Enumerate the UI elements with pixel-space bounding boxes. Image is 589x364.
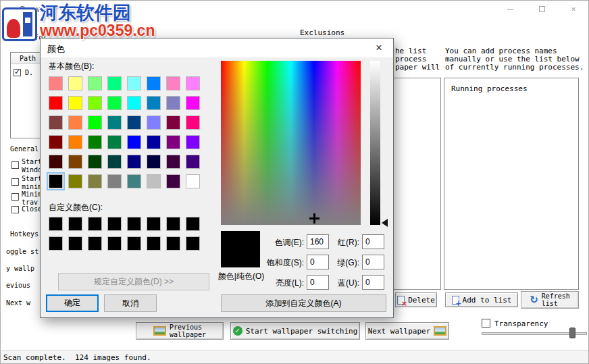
custom-color-swatch[interactable] bbox=[68, 217, 82, 231]
green-input[interactable] bbox=[362, 255, 384, 269]
custom-color-swatch[interactable] bbox=[88, 236, 102, 251]
custom-color-swatch[interactable] bbox=[127, 217, 141, 231]
basic-color-swatch[interactable] bbox=[127, 174, 141, 188]
general-checkbox-2[interactable] bbox=[11, 178, 19, 186]
basic-color-swatch[interactable] bbox=[49, 96, 63, 110]
basic-color-swatch[interactable] bbox=[49, 155, 63, 169]
basic-color-swatch[interactable] bbox=[107, 115, 122, 130]
general-checkbox-1[interactable] bbox=[11, 161, 19, 169]
basic-color-swatch[interactable] bbox=[49, 115, 63, 130]
basic-color-swatch[interactable] bbox=[68, 155, 82, 169]
add-to-custom-colors-button[interactable]: 添加到自定义颜色(A) bbox=[221, 294, 386, 312]
custom-color-swatch[interactable] bbox=[186, 236, 200, 251]
basic-color-swatch[interactable] bbox=[186, 155, 200, 169]
basic-color-swatch[interactable] bbox=[68, 76, 82, 90]
delete-button[interactable]: × Delete bbox=[395, 292, 437, 307]
basic-color-swatch[interactable] bbox=[166, 115, 180, 130]
basic-color-swatch[interactable] bbox=[49, 174, 63, 188]
ok-button[interactable]: 确定 bbox=[46, 294, 99, 312]
transparency-slider-thumb[interactable] bbox=[569, 328, 575, 338]
transparency-checkbox[interactable] bbox=[482, 319, 490, 328]
basic-color-swatch[interactable] bbox=[88, 174, 102, 188]
blue-input[interactable] bbox=[362, 275, 384, 290]
basic-color-swatch[interactable] bbox=[186, 96, 200, 110]
general-checkbox-3[interactable] bbox=[11, 193, 19, 201]
basic-color-swatch[interactable] bbox=[68, 135, 82, 149]
basic-color-swatch[interactable] bbox=[186, 115, 200, 130]
next-wallpaper-button[interactable]: Next wallpaper bbox=[365, 322, 449, 340]
basic-color-swatch[interactable] bbox=[88, 115, 102, 130]
basic-color-swatch[interactable] bbox=[147, 115, 161, 130]
hue-input[interactable] bbox=[307, 234, 329, 249]
basic-color-swatch[interactable] bbox=[186, 76, 200, 90]
basic-color-swatch[interactable] bbox=[88, 76, 102, 90]
basic-color-swatch[interactable] bbox=[107, 155, 122, 169]
luminance-bar[interactable] bbox=[370, 61, 380, 225]
custom-color-swatch[interactable] bbox=[147, 236, 161, 251]
custom-color-swatch[interactable] bbox=[107, 236, 122, 251]
custom-color-swatch[interactable] bbox=[68, 236, 82, 251]
custom-color-swatch[interactable] bbox=[49, 236, 63, 251]
basic-color-swatch[interactable] bbox=[68, 174, 82, 188]
basic-color-swatch[interactable] bbox=[68, 96, 82, 110]
basic-color-swatch[interactable] bbox=[127, 96, 141, 110]
basic-color-swatch[interactable] bbox=[166, 96, 180, 110]
previous-wallpaper-button[interactable]: Previous wallpaper bbox=[136, 322, 224, 340]
basic-color-swatch[interactable] bbox=[147, 96, 161, 110]
saturation-input[interactable] bbox=[307, 255, 329, 269]
custom-color-swatch[interactable] bbox=[147, 217, 161, 231]
start-switching-button[interactable]: ✓ Start wallpaper switching bbox=[230, 322, 360, 340]
basic-color-swatch[interactable] bbox=[147, 155, 161, 169]
basic-color-swatch[interactable] bbox=[107, 174, 122, 188]
basic-color-swatch[interactable] bbox=[107, 96, 122, 110]
red-input[interactable] bbox=[362, 234, 384, 249]
basic-color-swatch[interactable] bbox=[107, 135, 122, 149]
basic-color-swatch[interactable] bbox=[166, 174, 180, 188]
basic-color-swatch[interactable] bbox=[166, 155, 180, 169]
path-item-checkbox[interactable]: ✓ bbox=[14, 69, 21, 76]
custom-color-swatch[interactable] bbox=[88, 217, 102, 231]
basic-color-swatch[interactable] bbox=[147, 135, 161, 149]
basic-color-swatch[interactable] bbox=[49, 135, 63, 149]
basic-color-swatch[interactable] bbox=[127, 135, 141, 149]
general-checkbox-4[interactable] bbox=[11, 206, 19, 213]
gradient-crosshair[interactable] bbox=[309, 213, 319, 224]
add-to-list-button[interactable]: + Add to list bbox=[445, 292, 518, 307]
basic-color-swatch[interactable] bbox=[186, 174, 200, 188]
luminance-input[interactable] bbox=[307, 275, 329, 290]
basic-color-swatch[interactable] bbox=[88, 155, 102, 169]
basic-color-swatch[interactable] bbox=[147, 76, 161, 90]
custom-color-swatch[interactable] bbox=[107, 217, 122, 231]
custom-color-swatch[interactable] bbox=[49, 217, 63, 231]
tab-exclusions[interactable]: Exclusions bbox=[300, 28, 344, 37]
custom-color-swatch[interactable] bbox=[166, 217, 180, 231]
basic-color-swatch[interactable] bbox=[166, 135, 180, 149]
close-button[interactable]: × bbox=[567, 4, 580, 15]
basic-color-swatch[interactable] bbox=[49, 76, 63, 90]
maximize-button[interactable] bbox=[536, 4, 548, 15]
check-icon: ✓ bbox=[14, 68, 20, 76]
basic-color-swatch[interactable] bbox=[127, 76, 141, 90]
refresh-list-button[interactable]: ↻ Refresh list bbox=[521, 291, 579, 309]
basic-color-swatch[interactable] bbox=[107, 76, 122, 90]
running-processes-list[interactable]: Running processes bbox=[444, 78, 579, 290]
basic-color-swatch[interactable] bbox=[68, 115, 82, 130]
basic-color-swatch[interactable] bbox=[88, 96, 102, 110]
luminance-slider-arrow[interactable] bbox=[382, 219, 388, 227]
basic-color-swatch[interactable] bbox=[147, 174, 161, 188]
color-dialog-close-button[interactable]: × bbox=[365, 38, 393, 57]
custom-color-swatch[interactable] bbox=[186, 217, 200, 231]
hue-saturation-gradient[interactable] bbox=[221, 61, 361, 225]
minimize-button[interactable] bbox=[504, 4, 516, 15]
path-item-label[interactable]: D. bbox=[25, 69, 33, 76]
basic-color-swatch[interactable] bbox=[186, 135, 200, 149]
cancel-button[interactable]: 取消 bbox=[104, 294, 157, 312]
basic-colors-label: 基本颜色(B): bbox=[49, 61, 94, 72]
basic-color-swatch[interactable] bbox=[127, 155, 141, 169]
basic-color-swatch[interactable] bbox=[166, 76, 180, 90]
custom-color-swatch[interactable] bbox=[127, 236, 141, 251]
basic-color-swatch[interactable] bbox=[127, 115, 141, 130]
path-column-header[interactable]: Path bbox=[20, 55, 36, 62]
custom-color-swatch[interactable] bbox=[166, 236, 180, 251]
basic-color-swatch[interactable] bbox=[88, 135, 102, 149]
